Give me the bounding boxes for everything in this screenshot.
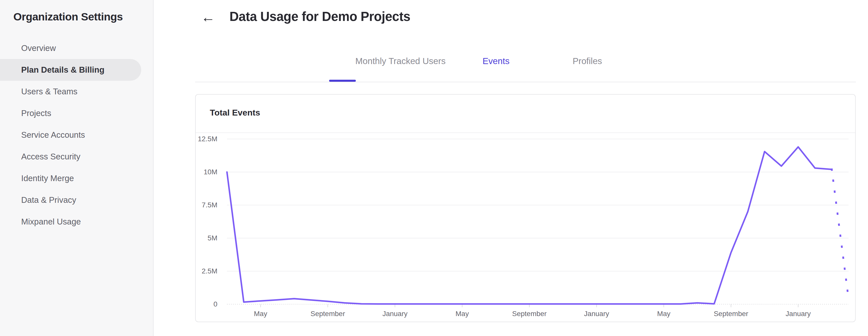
x-tick-label-may: May (456, 310, 469, 317)
sidebar-item-plan-details-and-billing[interactable]: Plan Details & Billing (0, 59, 141, 81)
sidebar-item-access-security[interactable]: Access Security (0, 146, 154, 167)
sidebar-item-data-and-privacy[interactable]: Data & Privacy (0, 189, 154, 211)
y-tick-label-0: 0 (213, 300, 217, 308)
x-tick-label-may: May (254, 310, 267, 317)
active-tab-underline (329, 80, 356, 82)
sidebar-item-users-and-teams[interactable]: Users & Teams (0, 81, 154, 102)
sidebar-item-projects[interactable]: Projects (0, 102, 154, 124)
sidebar-item-identity-merge[interactable]: Identity Merge (0, 167, 154, 189)
main-content: ← Data Usage for Demo Projects Monthly T… (154, 0, 868, 336)
data-usage-tabs: Monthly Tracked UsersEventsProfiles (154, 0, 868, 83)
sidebar-item-mixpanel-usage[interactable]: Mixpanel Usage (0, 211, 154, 233)
sidebar-nav: OverviewPlan Details & BillingUsers & Te… (0, 37, 154, 233)
y-tick-label-10M: 10M (204, 168, 217, 176)
total-events-line-chart[interactable]: 02.5M5M7.5M10M12.5MMaySeptemberJanuaryMa… (196, 133, 855, 322)
tab-profiles[interactable]: Profiles (573, 56, 602, 66)
x-tick-label-may: May (657, 310, 671, 317)
organization-settings-sidebar: Organization Settings OverviewPlan Detai… (0, 0, 154, 336)
chart-title: Total Events (210, 108, 260, 118)
x-tick-label-january: January (382, 310, 407, 317)
x-tick-label-january: January (785, 310, 811, 317)
chart-svg: 02.5M5M7.5M10M12.5MMaySeptemberJanuaryMa… (196, 133, 855, 322)
tabs-bottom-rule (195, 82, 856, 82)
total-events-projected-segment (832, 170, 848, 299)
tab-events[interactable]: Events (483, 56, 510, 66)
sidebar-title: Organization Settings (13, 10, 123, 23)
x-tick-label-september: September (714, 310, 748, 317)
y-tick-label-2.5M: 2.5M (202, 267, 217, 275)
total-events-card: Total Events 02.5M5M7.5M10M12.5MMaySepte… (195, 94, 856, 322)
y-tick-label-12.5M: 12.5M (198, 135, 217, 143)
sidebar-item-service-accounts[interactable]: Service Accounts (0, 124, 154, 146)
x-tick-label-september: September (512, 310, 547, 317)
sidebar-item-overview[interactable]: Overview (0, 37, 154, 59)
tab-monthly-tracked-users[interactable]: Monthly Tracked Users (355, 56, 445, 66)
y-tick-label-5M: 5M (208, 234, 217, 242)
x-tick-label-january: January (584, 310, 609, 317)
y-tick-label-7.5M: 7.5M (202, 201, 217, 209)
x-tick-label-september: September (310, 310, 345, 317)
total-events-series-line (227, 147, 832, 304)
